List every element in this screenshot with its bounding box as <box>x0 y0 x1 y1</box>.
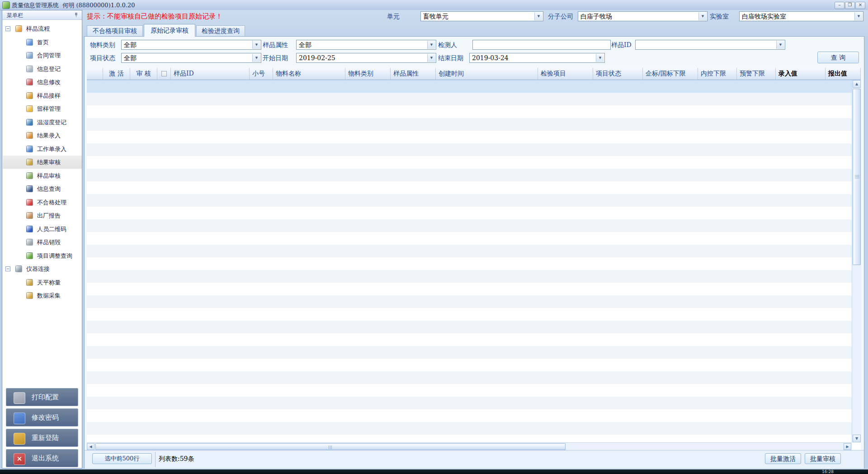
table-row[interactable] <box>87 257 861 270</box>
scroll-down-icon[interactable]: ▼ <box>853 435 861 442</box>
collapse-icon[interactable]: − <box>5 26 10 31</box>
sidebar-item-magnifier[interactable]: 项目调整查询 <box>3 249 82 262</box>
horizontal-scroll-thumb[interactable] <box>95 443 566 450</box>
select-first-500-button[interactable]: 选中前500行 <box>92 453 152 464</box>
table-row[interactable] <box>87 219 861 232</box>
sidebar-item-result-audit[interactable]: 结果审核 <box>3 156 82 169</box>
sidebar-item-instrument[interactable]: −仪器连接 <box>3 262 82 275</box>
sidebar-item-contract[interactable]: 合同管理 <box>3 49 82 62</box>
table-row[interactable] <box>87 80 861 93</box>
table-row[interactable] <box>87 105 861 118</box>
table-row[interactable] <box>87 156 861 169</box>
column-header-act[interactable]: 激 活 <box>103 68 130 80</box>
sidebar-item-binoculars[interactable]: 信息查询 <box>3 182 82 195</box>
close-button[interactable]: × <box>855 2 865 9</box>
sidebar-item-qrcode[interactable]: 人员二维码 <box>3 223 82 236</box>
table-row[interactable] <box>87 93 861 105</box>
sidebar-item-database[interactable]: 数据采集 <box>3 289 82 302</box>
table-row[interactable] <box>87 346 861 359</box>
sidebar-item-home[interactable]: 首页 <box>3 36 82 49</box>
column-header-cat[interactable]: 物料类别 <box>345 68 391 80</box>
sidebar-item-worksheet[interactable]: 工作单录入 <box>3 142 82 156</box>
end-date-picker[interactable]: 2019-03-24 ▼ <box>469 53 605 63</box>
chevron-down-icon[interactable]: ▼ <box>698 12 707 20</box>
minimize-button[interactable]: – <box>835 2 844 9</box>
project-status-select[interactable]: 全部 ▼ <box>121 53 261 63</box>
scroll-right-icon[interactable]: ▶ <box>844 443 851 450</box>
column-header-warn[interactable]: 预警下限 <box>737 68 776 80</box>
table-row[interactable] <box>87 308 861 321</box>
tab-original-record-audit[interactable]: 原始记录审核 <box>144 24 195 37</box>
column-header-input[interactable]: 录入值 <box>776 68 826 80</box>
table-row[interactable] <box>87 295 861 308</box>
exit-button[interactable]: ×退出系统 <box>6 449 78 467</box>
tab-inspection-progress[interactable]: 检验进度查询 <box>196 25 245 36</box>
sidebar-item-bell[interactable]: 留样管理 <box>3 102 82 115</box>
collapse-icon[interactable]: − <box>5 266 10 271</box>
column-header-chk[interactable] <box>157 68 171 80</box>
table-row[interactable] <box>87 118 861 131</box>
table-row[interactable] <box>87 409 861 422</box>
table-row[interactable] <box>87 245 861 257</box>
table-row[interactable] <box>87 435 861 442</box>
column-header-ind[interactable] <box>87 68 103 80</box>
chevron-down-icon[interactable]: ▼ <box>854 12 863 20</box>
tab-unqualified-audit[interactable]: 不合格项目审核 <box>87 25 143 36</box>
table-row[interactable] <box>87 422 861 435</box>
sidebar-item-info-register[interactable]: 信息登记 <box>3 62 82 76</box>
table-row[interactable] <box>87 384 861 397</box>
table-row[interactable] <box>87 397 861 409</box>
column-header-proj[interactable]: 检验项目 <box>538 68 593 80</box>
scroll-up-icon[interactable]: ▲ <box>853 80 861 88</box>
sample-id-select[interactable]: ▼ <box>635 40 785 50</box>
sidebar-item-thermometer[interactable]: 温湿度登记 <box>3 116 82 129</box>
column-header-ctrl[interactable]: 内控下限 <box>698 68 737 80</box>
sidebar-item-result-entry[interactable]: 结果录入 <box>3 129 82 142</box>
pin-icon[interactable] <box>74 13 78 17</box>
table-row[interactable] <box>87 169 861 181</box>
sidebar-item-sample-audit[interactable]: 样品审核 <box>3 169 82 182</box>
batch-audit-button[interactable]: 批量审核 <box>805 453 841 464</box>
person-button[interactable]: 修改密码 <box>6 408 78 427</box>
chevron-down-icon[interactable]: ▼ <box>427 54 435 62</box>
column-header-mat[interactable]: 物料名称 <box>273 68 345 80</box>
table-row[interactable] <box>87 143 861 156</box>
table-row[interactable] <box>87 359 861 371</box>
sidebar-item-trash[interactable]: 样品销毁 <box>3 236 82 249</box>
tester-input[interactable] <box>472 40 611 50</box>
subsidiary-select[interactable]: 白庙子牧场▼ <box>578 11 708 21</box>
column-header-created[interactable]: 创建时间 <box>436 68 538 80</box>
column-header-std[interactable]: 企标/国标下限 <box>643 68 698 80</box>
chevron-down-icon[interactable]: ▼ <box>252 41 260 49</box>
unit-select[interactable]: 畜牧单元▼ <box>420 11 543 21</box>
sidebar-item-ban[interactable]: 不合格处理 <box>3 196 82 209</box>
chevron-down-icon[interactable]: ▼ <box>534 12 542 20</box>
column-header-report[interactable]: 报出值 <box>826 68 861 80</box>
select-all-checkbox[interactable] <box>161 71 167 76</box>
sidebar-item-info-edit[interactable]: 信息修改 <box>3 76 82 89</box>
sidebar-item-boxes[interactable]: −样品流程 <box>3 22 82 35</box>
chevron-down-icon[interactable]: ▼ <box>596 54 604 62</box>
chevron-down-icon[interactable]: ▼ <box>427 41 435 49</box>
vertical-scroll-thumb[interactable] <box>853 89 861 265</box>
table-row[interactable] <box>87 321 861 333</box>
maximize-button[interactable]: ❒ <box>845 2 855 9</box>
chevron-down-icon[interactable]: ▼ <box>252 54 260 62</box>
table-row[interactable] <box>87 232 861 245</box>
sample-attribute-select[interactable]: 全部 ▼ <box>296 40 436 50</box>
chevron-down-icon[interactable]: ▼ <box>776 41 784 49</box>
start-date-picker[interactable]: 2019-02-25 ▼ <box>296 53 436 63</box>
sidebar-item-sample-receive[interactable]: 样品接样 <box>3 89 82 102</box>
column-header-status[interactable]: 项目状态 <box>593 68 643 80</box>
lock-button[interactable]: 重新登陆 <box>6 429 78 447</box>
material-category-select[interactable]: 全部 ▼ <box>121 40 261 50</box>
column-header-attr[interactable]: 样品属性 <box>391 68 436 80</box>
sidebar-item-report[interactable]: 出厂报告 <box>3 209 82 222</box>
table-row[interactable] <box>87 207 861 219</box>
table-row[interactable] <box>87 270 861 283</box>
search-button[interactable]: 查 询 <box>817 52 859 63</box>
laboratory-select[interactable]: 白庙牧场实验室▼ <box>739 11 863 21</box>
column-header-id[interactable]: 样品ID <box>171 68 250 80</box>
table-row[interactable] <box>87 194 861 207</box>
column-header-aud[interactable]: 审 核 <box>130 68 157 80</box>
